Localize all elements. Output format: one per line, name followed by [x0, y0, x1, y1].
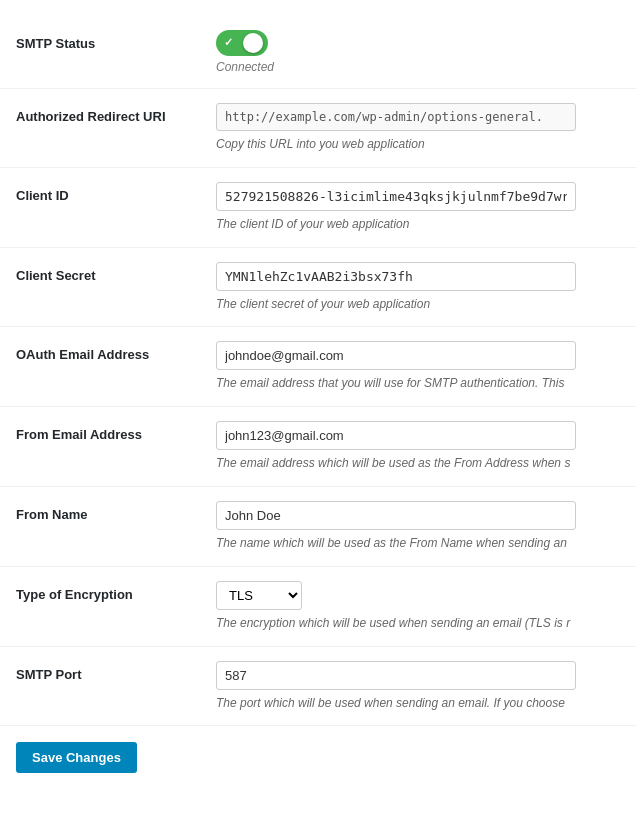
- smtp-port-label: SMTP Port: [16, 661, 216, 682]
- client-id-hint: The client ID of your web application: [216, 216, 620, 233]
- smtp-status-value: ✓ Connected: [216, 30, 620, 74]
- toggle-check-icon: ✓: [224, 36, 233, 49]
- client-secret-value: The client secret of your web applicatio…: [216, 262, 620, 313]
- client-id-label: Client ID: [16, 182, 216, 203]
- from-email-input[interactable]: [216, 421, 576, 450]
- oauth-email-row: OAuth Email Address The email address th…: [0, 327, 636, 407]
- from-email-row: From Email Address The email address whi…: [0, 407, 636, 487]
- redirect-uri-hint: Copy this URL into you web application: [216, 136, 620, 153]
- oauth-email-hint: The email address that you will use for …: [216, 375, 620, 392]
- encryption-row: Type of Encryption None SSL TLS The encr…: [0, 567, 636, 647]
- client-id-value: The client ID of your web application: [216, 182, 620, 233]
- from-name-label: From Name: [16, 501, 216, 522]
- toggle-thumb: [243, 33, 263, 53]
- smtp-port-value: The port which will be used when sending…: [216, 661, 620, 712]
- redirect-uri-value: Copy this URL into you web application: [216, 103, 620, 153]
- encryption-hint: The encryption which will be used when s…: [216, 615, 620, 632]
- toggle-track: ✓: [216, 30, 268, 56]
- smtp-status-row: SMTP Status ✓ Connected: [0, 16, 636, 89]
- client-secret-hint: The client secret of your web applicatio…: [216, 296, 620, 313]
- client-id-input[interactable]: [216, 182, 576, 211]
- from-name-row: From Name The name which will be used as…: [0, 487, 636, 567]
- client-secret-label: Client Secret: [16, 262, 216, 283]
- encryption-label: Type of Encryption: [16, 581, 216, 602]
- from-name-hint: The name which will be used as the From …: [216, 535, 620, 552]
- client-secret-input[interactable]: [216, 262, 576, 291]
- smtp-settings-form: SMTP Status ✓ Connected Authorized Redir…: [0, 16, 636, 789]
- toggle-wrapper: ✓ Connected: [216, 30, 620, 74]
- oauth-email-input[interactable]: [216, 341, 576, 370]
- smtp-port-row: SMTP Port The port which will be used wh…: [0, 647, 636, 727]
- client-id-row: Client ID The client ID of your web appl…: [0, 168, 636, 248]
- smtp-status-toggle[interactable]: ✓: [216, 30, 268, 56]
- redirect-uri-row: Authorized Redirect URI Copy this URL in…: [0, 89, 636, 168]
- smtp-port-input[interactable]: [216, 661, 576, 690]
- smtp-port-hint: The port which will be used when sending…: [216, 695, 620, 712]
- oauth-email-value: The email address that you will use for …: [216, 341, 620, 392]
- from-email-value: The email address which will be used as …: [216, 421, 620, 472]
- connected-status: Connected: [216, 60, 274, 74]
- save-changes-button[interactable]: Save Changes: [16, 742, 137, 773]
- from-email-label: From Email Address: [16, 421, 216, 442]
- smtp-status-label: SMTP Status: [16, 30, 216, 51]
- encryption-select[interactable]: None SSL TLS: [216, 581, 302, 610]
- save-button-wrapper: Save Changes: [0, 726, 636, 789]
- redirect-uri-label: Authorized Redirect URI: [16, 103, 216, 124]
- encryption-value: None SSL TLS The encryption which will b…: [216, 581, 620, 632]
- oauth-email-label: OAuth Email Address: [16, 341, 216, 362]
- from-email-hint: The email address which will be used as …: [216, 455, 620, 472]
- from-name-value: The name which will be used as the From …: [216, 501, 620, 552]
- redirect-uri-input[interactable]: [216, 103, 576, 131]
- from-name-input[interactable]: [216, 501, 576, 530]
- client-secret-row: Client Secret The client secret of your …: [0, 248, 636, 328]
